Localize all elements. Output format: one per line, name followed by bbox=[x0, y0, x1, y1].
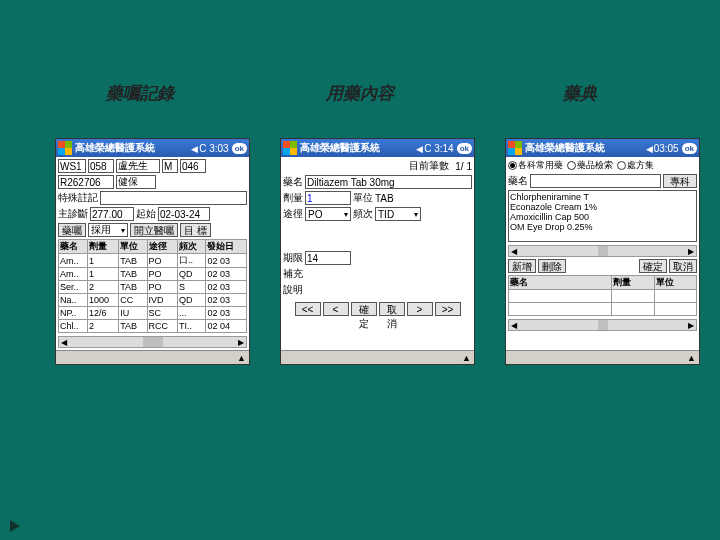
confirm-button[interactable]: 確定 bbox=[351, 302, 377, 316]
volume-icon[interactable] bbox=[191, 143, 199, 154]
drug-label: 藥名 bbox=[508, 174, 528, 188]
col-start[interactable]: 發始日 bbox=[206, 240, 247, 254]
table-row[interactable] bbox=[509, 290, 697, 303]
keyboard-icon[interactable] bbox=[462, 352, 471, 363]
volume-icon[interactable] bbox=[416, 143, 424, 154]
duration-label: 期限 bbox=[283, 251, 303, 265]
nav-first[interactable]: << bbox=[295, 302, 321, 316]
ok-button[interactable]: ok bbox=[232, 143, 247, 154]
drug-table[interactable]: 藥名 劑量 單位 途徑 頻次 發始日 Am..1TABPO口..02 03 Am… bbox=[58, 239, 247, 333]
adopt-select[interactable]: 採用 bbox=[88, 223, 128, 237]
title-mid: 用藥內容 bbox=[250, 82, 470, 105]
col-dose[interactable]: 劑量 bbox=[612, 276, 654, 290]
statusbar: 高雄榮總醫護系統 C 3:03 ok bbox=[56, 139, 249, 157]
add-button[interactable]: 新增 bbox=[508, 259, 536, 273]
sex-field[interactable] bbox=[162, 159, 178, 173]
col-dose[interactable]: 劑量 bbox=[88, 240, 119, 254]
list-item[interactable]: Econazole Cream 1% bbox=[510, 202, 695, 212]
table-row[interactable]: Ser..2TABPOS02 03 bbox=[59, 281, 247, 294]
nav-prev[interactable]: < bbox=[323, 302, 349, 316]
screen-drug-orders: 高雄榮總醫護系統 C 3:03 ok 特殊註記 主診斷 起始 藥囑 採用 bbox=[55, 138, 250, 365]
cancel-button[interactable]: 取消 bbox=[379, 302, 405, 316]
keyboard-icon[interactable] bbox=[687, 352, 696, 363]
dx-field[interactable] bbox=[90, 207, 134, 221]
col-unit[interactable]: 單位 bbox=[654, 276, 696, 290]
unit-label: 單位 bbox=[353, 191, 373, 205]
cancel-button[interactable]: 取消 bbox=[669, 259, 697, 273]
hscrollbar[interactable]: ◀▶ bbox=[508, 245, 697, 257]
table-row[interactable]: Am..1TABPOQD02 03 bbox=[59, 268, 247, 281]
col-route[interactable]: 途徑 bbox=[147, 240, 177, 254]
dose-label: 劑量 bbox=[283, 191, 303, 205]
col-unit[interactable]: 單位 bbox=[119, 240, 147, 254]
ok-button[interactable]: ok bbox=[682, 143, 697, 154]
sip-bar bbox=[56, 350, 249, 364]
route-label: 途徑 bbox=[283, 207, 303, 221]
freq-select[interactable]: TID bbox=[375, 207, 421, 221]
app-title: 高雄榮總醫護系統 bbox=[300, 141, 416, 155]
drug-search-field[interactable] bbox=[530, 174, 661, 188]
wsno-field[interactable] bbox=[88, 159, 114, 173]
drug-listbox[interactable]: Chlorpheniramine T Econazole Cream 1% Am… bbox=[508, 190, 697, 242]
duration-field[interactable] bbox=[305, 251, 351, 265]
radio-dept-common[interactable]: 各科常用藥 bbox=[508, 159, 563, 172]
patient-field[interactable] bbox=[116, 159, 160, 173]
age-field[interactable] bbox=[180, 159, 206, 173]
freq-label: 頻次 bbox=[353, 207, 373, 221]
screen-drug-detail: 高雄榮總醫護系統 C 3:14 ok 目前筆數 1/ 1 藥名 劑量 單位 TA… bbox=[280, 138, 475, 365]
dx-label: 主診斷 bbox=[58, 207, 88, 221]
clock: C 3:03 bbox=[199, 143, 228, 154]
table-row[interactable]: Chl..2TABRCCTI..02 04 bbox=[59, 320, 247, 333]
dept-drug-button[interactable]: 專科用藥 bbox=[663, 174, 697, 188]
start-icon[interactable] bbox=[283, 141, 297, 155]
col-drug[interactable]: 藥名 bbox=[59, 240, 88, 254]
page-count-label: 目前筆數 bbox=[409, 159, 449, 173]
list-item[interactable]: Amoxicillin Cap 500 bbox=[510, 212, 695, 222]
tab-new-order[interactable]: 開立醫囑 bbox=[130, 223, 178, 237]
table-row[interactable]: NP..12/6IUSC...02 03 bbox=[59, 307, 247, 320]
app-title: 高雄榮總醫護系統 bbox=[525, 141, 646, 155]
title-left: 藥囑記錄 bbox=[30, 82, 250, 105]
hscrollbar[interactable]: ◀▶ bbox=[58, 336, 247, 348]
delete-button[interactable]: 刪除 bbox=[538, 259, 566, 273]
clock: 03:05 bbox=[654, 143, 679, 154]
table-row[interactable] bbox=[509, 303, 697, 316]
sip-bar bbox=[506, 350, 699, 364]
special-note-field[interactable] bbox=[100, 191, 247, 205]
ok-button[interactable]: ok bbox=[457, 143, 472, 154]
radio-formulary[interactable]: 處方集 bbox=[617, 159, 654, 172]
col-freq[interactable]: 頻次 bbox=[178, 240, 206, 254]
radio-drug-search[interactable]: 藥品檢索 bbox=[567, 159, 613, 172]
table-row[interactable]: Na..1000CCIVDQD02 03 bbox=[59, 294, 247, 307]
route-select[interactable]: PO bbox=[305, 207, 351, 221]
start-label: 起始 bbox=[136, 207, 156, 221]
nav-next[interactable]: > bbox=[407, 302, 433, 316]
start-date-field[interactable] bbox=[158, 207, 210, 221]
drug-label: 藥名 bbox=[283, 175, 303, 189]
list-item[interactable]: Chlorpheniramine T bbox=[510, 192, 695, 202]
col-drug[interactable]: 藥名 bbox=[509, 276, 612, 290]
volume-icon[interactable] bbox=[646, 143, 654, 154]
drug-name-field[interactable] bbox=[305, 175, 472, 189]
chartno-field[interactable] bbox=[58, 175, 114, 189]
selected-table[interactable]: 藥名 劑量 單位 bbox=[508, 275, 697, 316]
insurance-field[interactable] bbox=[116, 175, 156, 189]
confirm-button[interactable]: 確定 bbox=[639, 259, 667, 273]
sip-bar bbox=[281, 350, 474, 364]
nav-last[interactable]: >> bbox=[435, 302, 461, 316]
start-icon[interactable] bbox=[58, 141, 72, 155]
ws-field[interactable] bbox=[58, 159, 86, 173]
title-right: 藥典 bbox=[470, 82, 690, 105]
tab-target[interactable]: 目 標 bbox=[180, 223, 211, 237]
keyboard-icon[interactable] bbox=[237, 352, 246, 363]
clock: C 3:14 bbox=[424, 143, 453, 154]
table-row[interactable]: Am..1TABPO口..02 03 bbox=[59, 254, 247, 268]
special-note-label: 特殊註記 bbox=[58, 191, 98, 205]
list-item[interactable]: OM Eye Drop 0.25% bbox=[510, 222, 695, 232]
hscrollbar[interactable]: ◀▶ bbox=[508, 319, 697, 331]
tab-drug-order[interactable]: 藥囑 bbox=[58, 223, 86, 237]
dose-field[interactable] bbox=[305, 191, 351, 205]
unit-value: TAB bbox=[375, 193, 394, 204]
start-icon[interactable] bbox=[508, 141, 522, 155]
slide-bullet-icon bbox=[10, 520, 20, 532]
